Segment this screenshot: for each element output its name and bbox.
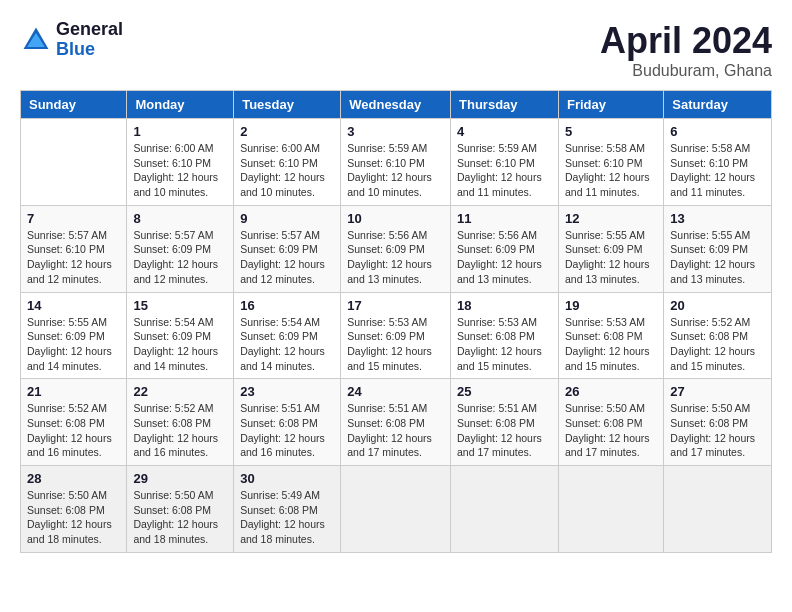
day-info: Sunrise: 5:53 AMSunset: 6:09 PMDaylight:… — [347, 315, 444, 374]
day-number: 12 — [565, 211, 657, 226]
calendar-table: SundayMondayTuesdayWednesdayThursdayFrid… — [20, 90, 772, 553]
calendar-week-row: 21Sunrise: 5:52 AMSunset: 6:08 PMDayligh… — [21, 379, 772, 466]
day-number: 25 — [457, 384, 552, 399]
day-info: Sunrise: 5:56 AMSunset: 6:09 PMDaylight:… — [347, 228, 444, 287]
day-number: 1 — [133, 124, 227, 139]
calendar-day-cell: 11Sunrise: 5:56 AMSunset: 6:09 PMDayligh… — [451, 205, 559, 292]
calendar-day-cell — [341, 466, 451, 553]
day-number: 17 — [347, 298, 444, 313]
calendar-day-cell: 8Sunrise: 5:57 AMSunset: 6:09 PMDaylight… — [127, 205, 234, 292]
calendar-day-cell: 3Sunrise: 5:59 AMSunset: 6:10 PMDaylight… — [341, 119, 451, 206]
day-info: Sunrise: 5:55 AMSunset: 6:09 PMDaylight:… — [565, 228, 657, 287]
day-number: 6 — [670, 124, 765, 139]
calendar-day-cell: 30Sunrise: 5:49 AMSunset: 6:08 PMDayligh… — [234, 466, 341, 553]
day-number: 13 — [670, 211, 765, 226]
calendar-day-cell: 13Sunrise: 5:55 AMSunset: 6:09 PMDayligh… — [664, 205, 772, 292]
calendar-day-cell — [558, 466, 663, 553]
weekday-header: Thursday — [451, 91, 559, 119]
day-number: 7 — [27, 211, 120, 226]
day-info: Sunrise: 5:52 AMSunset: 6:08 PMDaylight:… — [133, 401, 227, 460]
day-info: Sunrise: 5:50 AMSunset: 6:08 PMDaylight:… — [670, 401, 765, 460]
calendar-day-cell: 7Sunrise: 5:57 AMSunset: 6:10 PMDaylight… — [21, 205, 127, 292]
day-info: Sunrise: 5:59 AMSunset: 6:10 PMDaylight:… — [347, 141, 444, 200]
calendar-header: SundayMondayTuesdayWednesdayThursdayFrid… — [21, 91, 772, 119]
day-info: Sunrise: 5:52 AMSunset: 6:08 PMDaylight:… — [27, 401, 120, 460]
day-number: 27 — [670, 384, 765, 399]
day-info: Sunrise: 5:54 AMSunset: 6:09 PMDaylight:… — [133, 315, 227, 374]
day-number: 21 — [27, 384, 120, 399]
day-info: Sunrise: 5:59 AMSunset: 6:10 PMDaylight:… — [457, 141, 552, 200]
calendar-day-cell: 5Sunrise: 5:58 AMSunset: 6:10 PMDaylight… — [558, 119, 663, 206]
day-info: Sunrise: 5:57 AMSunset: 6:09 PMDaylight:… — [133, 228, 227, 287]
day-number: 30 — [240, 471, 334, 486]
day-info: Sunrise: 5:52 AMSunset: 6:08 PMDaylight:… — [670, 315, 765, 374]
calendar-day-cell: 15Sunrise: 5:54 AMSunset: 6:09 PMDayligh… — [127, 292, 234, 379]
calendar-day-cell: 6Sunrise: 5:58 AMSunset: 6:10 PMDaylight… — [664, 119, 772, 206]
day-number: 14 — [27, 298, 120, 313]
calendar-day-cell: 14Sunrise: 5:55 AMSunset: 6:09 PMDayligh… — [21, 292, 127, 379]
day-info: Sunrise: 5:55 AMSunset: 6:09 PMDaylight:… — [27, 315, 120, 374]
calendar-day-cell: 23Sunrise: 5:51 AMSunset: 6:08 PMDayligh… — [234, 379, 341, 466]
day-info: Sunrise: 5:49 AMSunset: 6:08 PMDaylight:… — [240, 488, 334, 547]
day-number: 29 — [133, 471, 227, 486]
weekday-header: Tuesday — [234, 91, 341, 119]
day-number: 3 — [347, 124, 444, 139]
day-info: Sunrise: 5:58 AMSunset: 6:10 PMDaylight:… — [565, 141, 657, 200]
day-info: Sunrise: 5:53 AMSunset: 6:08 PMDaylight:… — [457, 315, 552, 374]
logo-icon — [20, 24, 52, 56]
calendar-day-cell: 25Sunrise: 5:51 AMSunset: 6:08 PMDayligh… — [451, 379, 559, 466]
calendar-day-cell: 10Sunrise: 5:56 AMSunset: 6:09 PMDayligh… — [341, 205, 451, 292]
calendar-day-cell: 9Sunrise: 5:57 AMSunset: 6:09 PMDaylight… — [234, 205, 341, 292]
calendar-day-cell: 2Sunrise: 6:00 AMSunset: 6:10 PMDaylight… — [234, 119, 341, 206]
day-number: 24 — [347, 384, 444, 399]
day-info: Sunrise: 5:54 AMSunset: 6:09 PMDaylight:… — [240, 315, 334, 374]
weekday-header-row: SundayMondayTuesdayWednesdayThursdayFrid… — [21, 91, 772, 119]
day-info: Sunrise: 5:56 AMSunset: 6:09 PMDaylight:… — [457, 228, 552, 287]
calendar-day-cell — [451, 466, 559, 553]
day-number: 11 — [457, 211, 552, 226]
day-info: Sunrise: 5:58 AMSunset: 6:10 PMDaylight:… — [670, 141, 765, 200]
day-info: Sunrise: 5:50 AMSunset: 6:08 PMDaylight:… — [565, 401, 657, 460]
weekday-header: Wednesday — [341, 91, 451, 119]
day-info: Sunrise: 5:50 AMSunset: 6:08 PMDaylight:… — [133, 488, 227, 547]
day-number: 4 — [457, 124, 552, 139]
calendar-day-cell: 19Sunrise: 5:53 AMSunset: 6:08 PMDayligh… — [558, 292, 663, 379]
calendar-day-cell: 4Sunrise: 5:59 AMSunset: 6:10 PMDaylight… — [451, 119, 559, 206]
day-number: 19 — [565, 298, 657, 313]
logo-blue: Blue — [56, 40, 123, 60]
calendar-day-cell: 27Sunrise: 5:50 AMSunset: 6:08 PMDayligh… — [664, 379, 772, 466]
calendar-week-row: 28Sunrise: 5:50 AMSunset: 6:08 PMDayligh… — [21, 466, 772, 553]
weekday-header: Monday — [127, 91, 234, 119]
calendar-week-row: 14Sunrise: 5:55 AMSunset: 6:09 PMDayligh… — [21, 292, 772, 379]
weekday-header: Friday — [558, 91, 663, 119]
calendar-body: 1Sunrise: 6:00 AMSunset: 6:10 PMDaylight… — [21, 119, 772, 553]
day-info: Sunrise: 5:50 AMSunset: 6:08 PMDaylight:… — [27, 488, 120, 547]
calendar-day-cell: 18Sunrise: 5:53 AMSunset: 6:08 PMDayligh… — [451, 292, 559, 379]
logo: General Blue — [20, 20, 123, 60]
calendar-week-row: 1Sunrise: 6:00 AMSunset: 6:10 PMDaylight… — [21, 119, 772, 206]
page-header: General Blue April 2024 Buduburam, Ghana — [20, 20, 772, 80]
day-number: 22 — [133, 384, 227, 399]
day-info: Sunrise: 5:55 AMSunset: 6:09 PMDaylight:… — [670, 228, 765, 287]
calendar-day-cell: 28Sunrise: 5:50 AMSunset: 6:08 PMDayligh… — [21, 466, 127, 553]
day-info: Sunrise: 5:51 AMSunset: 6:08 PMDaylight:… — [347, 401, 444, 460]
calendar-day-cell: 17Sunrise: 5:53 AMSunset: 6:09 PMDayligh… — [341, 292, 451, 379]
day-info: Sunrise: 5:57 AMSunset: 6:10 PMDaylight:… — [27, 228, 120, 287]
calendar-day-cell: 26Sunrise: 5:50 AMSunset: 6:08 PMDayligh… — [558, 379, 663, 466]
title-block: April 2024 Buduburam, Ghana — [600, 20, 772, 80]
day-number: 28 — [27, 471, 120, 486]
calendar-day-cell: 24Sunrise: 5:51 AMSunset: 6:08 PMDayligh… — [341, 379, 451, 466]
day-number: 20 — [670, 298, 765, 313]
calendar-day-cell: 12Sunrise: 5:55 AMSunset: 6:09 PMDayligh… — [558, 205, 663, 292]
calendar-day-cell: 21Sunrise: 5:52 AMSunset: 6:08 PMDayligh… — [21, 379, 127, 466]
logo-text: General Blue — [56, 20, 123, 60]
day-number: 5 — [565, 124, 657, 139]
weekday-header: Sunday — [21, 91, 127, 119]
calendar-day-cell: 1Sunrise: 6:00 AMSunset: 6:10 PMDaylight… — [127, 119, 234, 206]
calendar-day-cell: 16Sunrise: 5:54 AMSunset: 6:09 PMDayligh… — [234, 292, 341, 379]
day-number: 2 — [240, 124, 334, 139]
day-info: Sunrise: 6:00 AMSunset: 6:10 PMDaylight:… — [240, 141, 334, 200]
calendar-day-cell: 20Sunrise: 5:52 AMSunset: 6:08 PMDayligh… — [664, 292, 772, 379]
day-number: 26 — [565, 384, 657, 399]
day-number: 16 — [240, 298, 334, 313]
